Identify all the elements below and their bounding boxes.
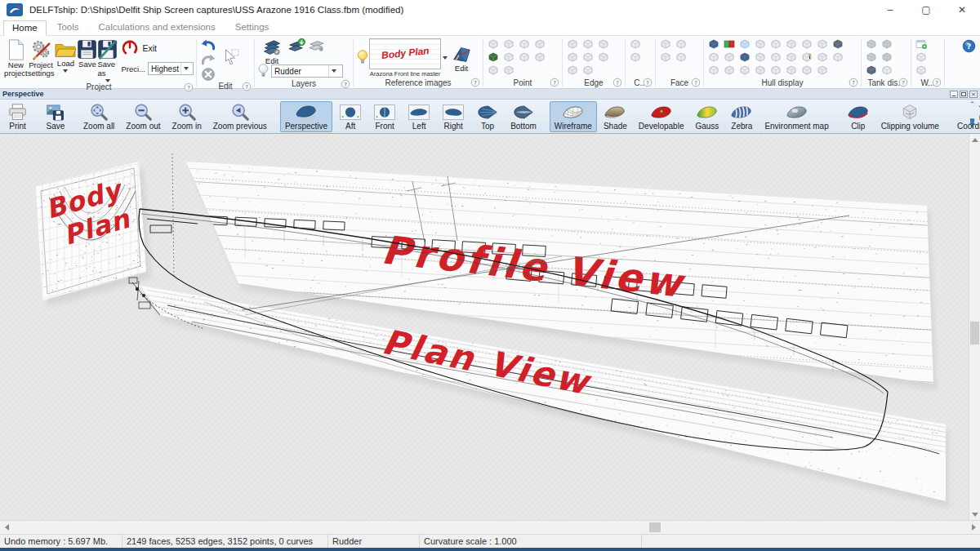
exit-button[interactable]: Exit: [121, 38, 194, 57]
group-help-icon[interactable]: ?: [470, 78, 480, 89]
view-button-zoom-out[interactable]: Zoom out: [121, 101, 165, 132]
scroll-right-icon[interactable]: [967, 521, 980, 534]
edge-top-icon[interactable]: [565, 38, 579, 50]
menu-tab-home[interactable]: Home: [3, 20, 47, 36]
view-button-front[interactable]: Front: [368, 101, 401, 132]
curvature-arc-icon[interactable]: [815, 38, 829, 50]
combobox-arrow-icon[interactable]: [328, 65, 339, 77]
view-button-wireframe[interactable]: Wireframe: [550, 101, 597, 132]
arrow-up-icon[interactable]: [706, 51, 720, 63]
view-button-zoom-in[interactable]: Zoom in: [167, 101, 207, 132]
buttocks-icon[interactable]: [768, 38, 782, 50]
view-button-zebra[interactable]: Zebra: [725, 101, 758, 132]
dropdown-arrow-icon[interactable]: [443, 56, 448, 60]
tank-cursor-icon[interactable]: [880, 51, 893, 63]
combobox-arrow-icon[interactable]: [180, 63, 191, 74]
collapse-point-icon[interactable]: [486, 51, 500, 63]
view-button-clipping-volume[interactable]: Clipping volume: [876, 101, 944, 132]
curve-points-icon[interactable]: [628, 38, 642, 50]
group-help-icon[interactable]: ?: [242, 82, 252, 93]
edge-intersect-icon[interactable]: [517, 38, 531, 50]
menu-tab-tools[interactable]: Tools: [48, 20, 88, 35]
view-button-shade[interactable]: Shade: [599, 101, 632, 132]
flowlines-icon[interactable]: [737, 51, 751, 63]
view-button-perspective[interactable]: Perspective: [280, 101, 332, 132]
tank-shaded-icon[interactable]: [864, 38, 878, 50]
grid-panel-icon[interactable]: [768, 51, 782, 63]
menu-tab-settings[interactable]: Settings: [226, 20, 278, 35]
vertical-scrollbar-thumb[interactable]: [970, 322, 979, 344]
point-grid-icon[interactable]: [501, 51, 515, 63]
minimize-button[interactable]: –: [872, 0, 908, 20]
auto-group-layer-button[interactable]: [306, 38, 326, 52]
designer-icon[interactable]: [800, 51, 813, 63]
group-help-icon[interactable]: ?: [612, 78, 622, 89]
view-button-zoom-previous[interactable]: Zoom previous: [208, 101, 272, 132]
group-help-icon[interactable]: ?: [341, 79, 350, 91]
hull-faint-1-icon[interactable]: [768, 64, 782, 76]
layers-edit-button[interactable]: Edit: [257, 38, 287, 65]
tank-gauge-icon[interactable]: [864, 64, 878, 76]
sheet-icon[interactable]: [753, 64, 767, 76]
3d-viewport[interactable]: BodyPlan Profile View Plan View: [0, 134, 969, 520]
help-button[interactable]: ?: [962, 39, 976, 53]
window-tile-icon[interactable]: [914, 51, 928, 63]
cross-section-icon[interactable]: [831, 51, 844, 63]
cube-face-point-icon[interactable]: [532, 38, 546, 50]
face-back-icon[interactable]: [674, 51, 688, 63]
redo-button[interactable]: [199, 52, 217, 67]
hydro-features-icon[interactable]: [831, 38, 844, 50]
horizontal-scrollbar-thumb[interactable]: [649, 522, 661, 532]
panel-maximize-icon[interactable]: [960, 91, 968, 98]
interior-edges-icon[interactable]: [722, 38, 736, 50]
hull-outline-icon[interactable]: [784, 51, 798, 63]
vertical-scrollbar[interactable]: [969, 134, 980, 520]
maximize-button[interactable]: ▢: [908, 0, 944, 20]
view-button-print[interactable]: Print: [2, 101, 33, 132]
view-button-top[interactable]: Top: [471, 101, 504, 132]
markers-icon[interactable]: [753, 51, 767, 63]
precision-combobox[interactable]: Highest: [148, 62, 194, 75]
view-button-right[interactable]: Right: [437, 101, 470, 132]
reference-image-thumbnail[interactable]: Body Plan: [369, 38, 441, 69]
tank-panes-icon[interactable]: [880, 64, 893, 76]
group-help-icon[interactable]: ?: [643, 78, 653, 89]
shaded-hull-icon[interactable]: [706, 64, 720, 76]
view-button-left[interactable]: Left: [403, 101, 435, 132]
view-button-aft[interactable]: Aft: [334, 101, 367, 132]
group-help-icon[interactable]: ?: [849, 78, 858, 89]
active-layer-combobox[interactable]: Rudder: [271, 64, 343, 78]
add-layer-button[interactable]: [287, 38, 306, 54]
edge-crease-icon[interactable]: [581, 38, 595, 50]
pin-toolbar-icon[interactable]: [968, 117, 977, 131]
menu-tab-calculations-and-extensions[interactable]: Calculations and extensions: [90, 20, 225, 35]
face-single-icon[interactable]: [658, 51, 672, 63]
group-help-icon[interactable]: ?: [550, 78, 559, 89]
undo-button[interactable]: [199, 38, 217, 52]
edge-diagonal-icon[interactable]: [581, 51, 595, 63]
panel-minimize-icon[interactable]: [950, 91, 958, 98]
hull-faint-3-icon[interactable]: [800, 64, 813, 76]
ring-pair-icon[interactable]: [486, 64, 500, 76]
ring-grid-icon[interactable]: [501, 64, 515, 76]
edge-axis-icon[interactable]: [565, 64, 579, 76]
reference-edit-button[interactable]: Edit: [449, 43, 474, 73]
load-button[interactable]: Load: [54, 38, 77, 73]
collapse-toolbar-icon[interactable]: ⌃: [969, 101, 976, 108]
diagonals-icon[interactable]: [800, 38, 813, 50]
horizontal-scrollbar[interactable]: [0, 520, 980, 534]
ring-single-icon[interactable]: [532, 51, 546, 63]
point-rings-icon[interactable]: [486, 38, 500, 50]
reference-visibility-bulb-icon[interactable]: [356, 49, 369, 66]
mirror-hull-icon[interactable]: [722, 64, 736, 76]
group-help-icon[interactable]: ?: [691, 78, 701, 89]
arrow-down-icon[interactable]: [722, 51, 736, 63]
intersections-icon[interactable]: [737, 64, 751, 76]
view-button-bottom[interactable]: Bottom: [506, 101, 541, 132]
scroll-up-icon[interactable]: [969, 134, 980, 145]
window-new-icon[interactable]: [914, 38, 928, 50]
view-button-save[interactable]: Save: [41, 101, 70, 132]
view-button-environment-map[interactable]: Environment map: [760, 101, 833, 132]
view-button-developable[interactable]: Developable: [634, 101, 689, 132]
scroll-down-icon[interactable]: [969, 509, 980, 520]
